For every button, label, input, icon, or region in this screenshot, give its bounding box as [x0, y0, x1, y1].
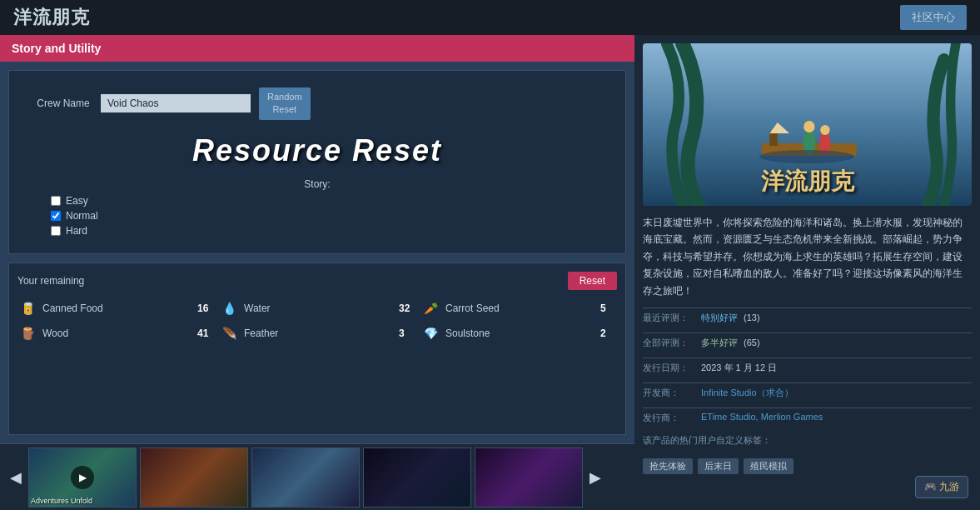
- all-review-row: 全部评测： 多半好评 (65): [643, 332, 972, 349]
- resource-water: Water: [244, 302, 394, 314]
- jiuyou-text: 🎮 九游: [924, 481, 959, 492]
- reset-button[interactable]: Reset: [568, 272, 617, 290]
- feather-icon: 🪶: [219, 323, 239, 343]
- thumbnail-5[interactable]: [475, 448, 583, 508]
- wood-count: 41: [197, 328, 214, 339]
- story-easy-label: Easy: [66, 195, 88, 207]
- list-item: 🥫 Canned Food 16: [17, 298, 214, 318]
- story-section: Story: Easy Normal Hard: [26, 173, 609, 242]
- publisher-value[interactable]: ETime Studio, Merlion Games: [701, 412, 823, 422]
- resource-soulstone: Soulstone: [445, 328, 595, 339]
- release-date-value: 2023 年 1 月 12 日: [701, 362, 777, 374]
- carrot-seed-icon: 🥕: [420, 298, 440, 318]
- resource-canned-food: Canned Food: [42, 302, 192, 314]
- tag-2[interactable]: 后末日: [698, 458, 739, 474]
- recent-review-row: 最近评测： 特别好评 (13): [643, 308, 972, 324]
- story-normal-checkbox[interactable]: [51, 211, 61, 221]
- wood-icon: 🪵: [17, 323, 37, 343]
- list-item: 💧 Water 32: [219, 298, 415, 318]
- jiuyou-logo: 🎮 九游: [915, 476, 968, 498]
- thumb-label-1: Adventures Unfold: [31, 497, 92, 505]
- tag-3[interactable]: 殖民模拟: [744, 458, 793, 474]
- developer-value[interactable]: Infinite Studio（求合）: [701, 387, 793, 399]
- game-banner: 洋流朋克: [643, 43, 972, 206]
- story-options: Easy Normal Hard: [34, 195, 600, 237]
- publisher-key: 发行商：: [643, 412, 693, 424]
- carrot-seed-count: 5: [600, 302, 617, 314]
- main-layout: Story and Utility Crew Name RandomReset …: [0, 35, 980, 510]
- tags-row: 抢先体验 后末日 殖民模拟: [643, 458, 972, 474]
- remaining-label: Your remaining: [17, 275, 84, 287]
- water-count: 32: [399, 302, 415, 314]
- resource-reset-area: Crew Name RandomReset Resource Reset Sto…: [8, 70, 626, 254]
- recent-review-key: 最近评测：: [643, 312, 693, 324]
- remaining-header: Your remaining Reset: [17, 272, 617, 290]
- panel-header: Story and Utility: [0, 35, 634, 62]
- thumbnail-2[interactable]: [140, 448, 248, 508]
- all-review-key: 全部评测：: [643, 337, 693, 349]
- resource-carrot-seed: Carrot Seed: [445, 302, 595, 314]
- feather-count: 3: [399, 328, 415, 339]
- developer-key: 开发商：: [643, 387, 693, 399]
- story-option-easy[interactable]: Easy: [51, 195, 600, 207]
- prev-arrow[interactable]: ◀: [7, 468, 25, 487]
- story-hard-checkbox[interactable]: [51, 226, 61, 236]
- story-option-hard[interactable]: Hard: [51, 225, 600, 237]
- recent-review-value: 特别好评 (13): [701, 312, 760, 324]
- release-date-row: 发行日期： 2023 年 1 月 12 日: [643, 358, 972, 374]
- developer-row: 开发商： Infinite Studio（求合）: [643, 382, 972, 399]
- game-description: 末日废墟世界中，你将探索危险的海洋和诸岛。换上潜水服，发现神秘的海底宝藏。然而，…: [643, 214, 972, 299]
- story-normal-label: Normal: [66, 210, 98, 222]
- app-title: 洋流朋克: [13, 5, 90, 30]
- thumbnail-strip: ◀ ▶ Adventures Unfold ▶: [0, 443, 634, 510]
- thumbnail-3[interactable]: [251, 448, 360, 508]
- resource-wood: Wood: [42, 328, 192, 339]
- resource-reset-title: Resource Reset: [192, 133, 442, 168]
- panel-content: Crew Name RandomReset Resource Reset Sto…: [0, 62, 634, 443]
- soulstone-count: 2: [600, 328, 617, 339]
- canned-food-icon: 🥫: [17, 298, 37, 318]
- community-button[interactable]: 社区中心: [900, 5, 967, 30]
- list-item: 💎 Soulstone 2: [420, 323, 617, 343]
- svg-point-8: [759, 150, 854, 163]
- soulstone-icon: 💎: [420, 323, 440, 343]
- tag-1[interactable]: 抢先体验: [643, 458, 693, 474]
- story-label: Story:: [34, 178, 600, 190]
- game-banner-title: 洋流朋克: [761, 166, 854, 198]
- next-arrow[interactable]: ▶: [586, 468, 604, 487]
- list-item: 🪵 Wood 41: [17, 323, 214, 343]
- release-date-key: 发行日期：: [643, 362, 693, 374]
- tags-label: 该产品的热门用户自定义标签：: [643, 434, 972, 447]
- canned-food-count: 16: [197, 302, 214, 314]
- list-item: 🪶 Feather 3: [219, 323, 415, 343]
- story-easy-checkbox[interactable]: [51, 196, 61, 206]
- list-item: 🥕 Carrot Seed 5: [420, 298, 617, 318]
- publisher-row: 发行商： ETime Studio, Merlion Games: [643, 408, 972, 424]
- crew-label: Crew Name: [34, 98, 92, 109]
- right-panel: 洋流朋克 末日废墟世界中，你将探索危险的海洋和诸岛。换上潜水服，发现神秘的海底宝…: [634, 35, 980, 510]
- crew-section: Crew Name RandomReset: [26, 82, 609, 125]
- all-review-value: 多半好评 (65): [701, 337, 760, 349]
- remaining-section: Your remaining Reset 🥫 Canned Food 16 💧 …: [8, 262, 626, 435]
- resource-feather: Feather: [244, 328, 394, 339]
- random-reset-button[interactable]: RandomReset: [259, 88, 311, 120]
- svg-point-5: [803, 121, 814, 132]
- thumbnail-1[interactable]: ▶ Adventures Unfold: [28, 448, 137, 508]
- story-option-normal[interactable]: Normal: [51, 210, 600, 222]
- play-button[interactable]: ▶: [71, 466, 94, 489]
- water-icon: 💧: [219, 298, 239, 318]
- thumbnail-4[interactable]: [363, 448, 471, 508]
- resources-grid: 🥫 Canned Food 16 💧 Water 32 🥕 Carrot See…: [17, 298, 617, 343]
- top-bar: 洋流朋克 社区中心: [0, 0, 980, 35]
- svg-point-7: [820, 125, 829, 135]
- left-panel: Story and Utility Crew Name RandomReset …: [0, 35, 634, 510]
- crew-name-input[interactable]: [101, 94, 251, 112]
- story-hard-label: Hard: [66, 225, 87, 237]
